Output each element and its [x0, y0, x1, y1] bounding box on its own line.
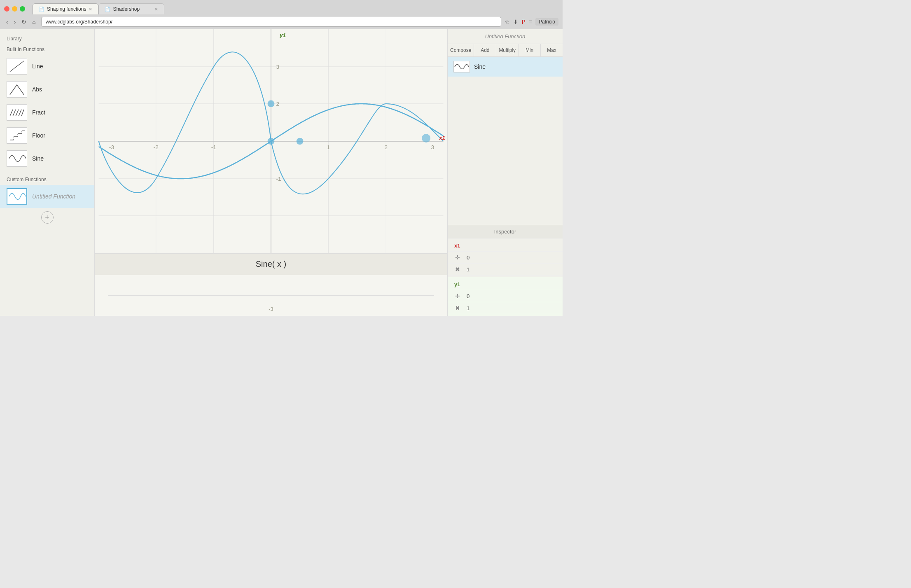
sine-list-thumb: [453, 61, 470, 72]
tab-shadershop[interactable]: 📄 Shadershop ✕: [98, 3, 164, 14]
svg-text:-3: -3: [109, 144, 114, 150]
tab-compose[interactable]: Compose: [448, 44, 474, 56]
tab-multiply[interactable]: Multiply: [496, 44, 519, 56]
line-thumb: [7, 58, 27, 75]
maximize-button[interactable]: [20, 6, 25, 12]
home-button[interactable]: ⌂: [30, 18, 37, 26]
pinterest-button[interactable]: P: [521, 19, 525, 25]
inspector-y1-label: y1: [454, 281, 460, 287]
inspector-y1-scale: 1: [467, 305, 470, 311]
sidebar-item-fract[interactable]: Fract: [0, 101, 94, 124]
user-badge[interactable]: Patricio: [535, 18, 558, 26]
svg-point-33: [297, 138, 304, 145]
svg-text:x1: x1: [439, 135, 445, 141]
abs-thumb: [7, 81, 27, 98]
sine-thumb: [7, 150, 27, 167]
svg-text:-1: -1: [211, 144, 216, 150]
forward-button[interactable]: ›: [12, 18, 18, 26]
inspector-title: Inspector: [448, 225, 563, 238]
sine-label: Sine: [32, 155, 44, 162]
svg-text:3: 3: [276, 64, 280, 70]
custom-title: Custom Functions: [0, 174, 94, 185]
graph-container[interactable]: -2 -1 1 2 -3 3 x1 3 2 -1 y1: [95, 29, 447, 253]
tab-icon-1: 📄: [39, 7, 44, 12]
traffic-lights: [4, 6, 25, 12]
formula-text: Sine( x ): [256, 259, 286, 268]
tab-max[interactable]: Max: [541, 44, 563, 56]
pocket-button[interactable]: ⬇: [513, 19, 518, 25]
sidebar-item-line[interactable]: Line: [0, 55, 94, 78]
svg-text:1: 1: [327, 144, 330, 150]
untitled-label: Untitled Function: [32, 193, 75, 200]
svg-text:-3: -3: [269, 306, 273, 312]
inspector-x1-label: x1: [454, 243, 460, 249]
address-input[interactable]: [41, 17, 502, 27]
formula-bar: Sine( x ): [95, 253, 447, 275]
reload-button[interactable]: ↻: [19, 18, 28, 26]
floor-thumb: [7, 127, 27, 144]
abs-label: Abs: [32, 86, 42, 93]
minimize-button[interactable]: [12, 6, 17, 12]
inspector-y1-scale-row[interactable]: ✖ 1: [448, 302, 563, 314]
close-button[interactable]: [4, 6, 9, 12]
inspector-x1-move-row[interactable]: ✛ 0: [448, 252, 563, 264]
tab2-label: Shadershop: [113, 6, 140, 12]
line-label: Line: [32, 63, 43, 70]
library-title: Library: [0, 33, 94, 44]
floor-label: Floor: [32, 132, 45, 139]
inspector-y1-move: 0: [467, 293, 470, 299]
right-panel: Untitled Function Compose Add Multiply M…: [447, 29, 563, 316]
svg-text:2: 2: [385, 144, 388, 150]
nav-buttons: ‹ › ↻ ⌂: [4, 18, 38, 26]
untitled-thumb: [7, 188, 27, 205]
sidebar-item-sine[interactable]: Sine: [0, 147, 94, 170]
tab-icon-2: 📄: [105, 7, 110, 12]
sine-list-label: Sine: [474, 63, 486, 70]
tab-shaping-functions[interactable]: 📄 Shaping functions ✕: [33, 3, 98, 14]
graph-svg: -2 -1 1 2 -3 3 x1 3 2 -1 y1: [95, 29, 447, 253]
svg-text:-1: -1: [276, 176, 281, 182]
inspector-y1-label-row: y1: [448, 279, 563, 290]
move-icon-x1: ✛: [454, 254, 461, 261]
inspector-x1-label-row: x1: [448, 240, 563, 252]
bottom-panel: -3: [95, 275, 447, 316]
fract-thumb: [7, 104, 27, 121]
sidebar-item-abs[interactable]: Abs: [0, 78, 94, 101]
inspector-panel: Inspector x1 ✛ 0 ✖ 1 y1 ✛: [448, 225, 563, 316]
svg-point-35: [422, 134, 430, 142]
add-custom-function-button[interactable]: +: [41, 211, 54, 224]
tab1-close[interactable]: ✕: [89, 7, 92, 12]
inspector-x1-scale: 1: [467, 266, 470, 273]
inspector-x1-section: x1 ✛ 0 ✖ 1: [448, 238, 563, 277]
back-button[interactable]: ‹: [4, 18, 10, 26]
svg-text:-2: -2: [154, 144, 159, 150]
fract-label: Fract: [32, 109, 45, 116]
address-bar: ‹ › ↻ ⌂ ☆ ⬇ P ≡ Patricio: [0, 14, 563, 29]
sidebar: Library Built In Functions Line Abs: [0, 29, 95, 316]
sidebar-item-floor[interactable]: Floor: [0, 124, 94, 147]
inspector-x1-scale-row[interactable]: ✖ 1: [448, 264, 563, 275]
app-container: Library Built In Functions Line Abs: [0, 29, 563, 316]
title-bar: 📄 Shaping functions ✕ 📄 Shadershop ✕: [0, 0, 563, 14]
built-in-title: Built In Functions: [0, 44, 94, 55]
bookmark-button[interactable]: ☆: [505, 19, 510, 25]
tab2-close[interactable]: ✕: [154, 7, 158, 12]
function-list-item-sine[interactable]: Sine: [448, 57, 563, 77]
bottom-svg: -3: [95, 275, 447, 316]
scale-icon-x1: ✖: [454, 266, 461, 273]
right-panel-title: Untitled Function: [448, 29, 563, 44]
tab1-label: Shaping functions: [47, 6, 86, 12]
svg-point-34: [268, 100, 275, 107]
svg-point-32: [268, 138, 275, 145]
scale-icon-y1: ✖: [454, 305, 461, 311]
canvas-area: -2 -1 1 2 -3 3 x1 3 2 -1 y1: [95, 29, 447, 316]
compose-tabs: Compose Add Multiply Min Max: [448, 44, 563, 57]
inspector-y1-section: y1 ✛ 0 ✖ 1: [448, 277, 563, 316]
tab-min[interactable]: Min: [519, 44, 541, 56]
svg-text:3: 3: [431, 144, 434, 150]
inspector-y1-move-row[interactable]: ✛ 0: [448, 290, 563, 302]
tab-add[interactable]: Add: [474, 44, 496, 56]
sidebar-item-untitled[interactable]: Untitled Function: [0, 185, 94, 208]
menu-button[interactable]: ≡: [529, 19, 532, 25]
browser-actions: ☆ ⬇ P ≡ Patricio: [505, 18, 558, 26]
